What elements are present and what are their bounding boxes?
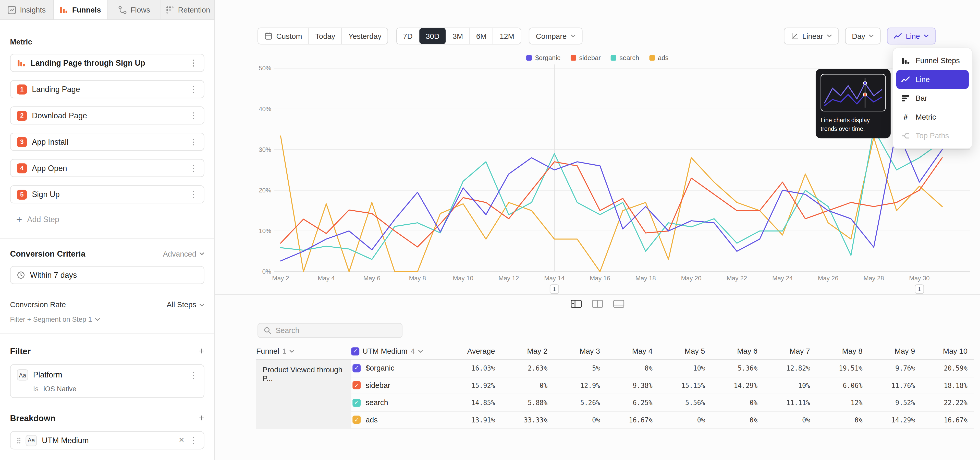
cell-value: 15.15% <box>659 382 711 389</box>
main-content: CustomTodayYesterday 7D30D3M6M12M Compar… <box>215 0 980 460</box>
tab-label: Insights <box>20 5 46 14</box>
tab-label: Flows <box>130 5 150 14</box>
cell-value: 9.52% <box>869 399 921 406</box>
chart-type-dropdown[interactable]: Line <box>887 27 935 45</box>
tab-retention[interactable]: Retention <box>161 0 215 19</box>
step-number-badge: 4 <box>17 163 27 173</box>
funnel-step-download-page[interactable]: 2Download Page⋮ <box>10 106 204 125</box>
advanced-dropdown[interactable]: Advanced <box>163 249 204 258</box>
funnel-group-cell[interactable]: Product Viewed through P... <box>256 360 351 428</box>
view-option-top-paths: Top Paths <box>896 126 969 145</box>
date-range-12m[interactable]: 12M <box>493 28 520 44</box>
kebab-menu-icon[interactable]: ⋮ <box>189 371 197 379</box>
row-label-cell: ✓search <box>351 398 465 407</box>
funnels-icon <box>60 5 68 14</box>
filter-segment-dropdown[interactable]: Filter + Segment on Step 1 <box>10 315 204 323</box>
tab-label: Retention <box>178 5 210 14</box>
step-label: App Install <box>32 137 185 146</box>
utm-count: 4 <box>410 347 415 356</box>
column-header-may-2[interactable]: May 2 <box>501 347 554 356</box>
column-header-may-5[interactable]: May 5 <box>659 347 711 356</box>
column-header-may-9[interactable]: May 9 <box>869 347 921 356</box>
step-label: Landing Page <box>32 85 185 94</box>
column-header-may-3[interactable]: May 3 <box>554 347 606 356</box>
all-steps-label: All Steps <box>167 300 196 309</box>
filter-segment-label: Filter + Segment on Step 1 <box>10 315 92 323</box>
funnel-steps-icon <box>901 56 910 65</box>
funnel-step-app-open[interactable]: 4App Open⋮ <box>10 159 204 177</box>
step-number-badge: 2 <box>17 110 27 120</box>
conversion-window-card[interactable]: Within 7 days <box>10 266 204 284</box>
svg-text:May 2: May 2 <box>272 275 289 282</box>
kebab-menu-icon[interactable]: ⋮ <box>189 164 197 172</box>
row-checkbox-ads[interactable]: ✓ <box>352 416 361 424</box>
column-header-may-4[interactable]: May 4 <box>606 347 659 356</box>
view-option-funnel-steps[interactable]: Funnel Steps <box>896 51 969 70</box>
column-header-average[interactable]: Average <box>465 347 501 356</box>
granularity-dropdown[interactable]: Day <box>845 27 881 45</box>
funnel-step-landing-page[interactable]: 1Landing Page⋮ <box>10 80 204 98</box>
row-label-cell: ✓$organic <box>351 364 465 372</box>
kebab-menu-icon[interactable]: ⋮ <box>189 190 197 198</box>
cell-value: 5% <box>554 364 606 372</box>
view-option-label: Line <box>916 75 930 84</box>
svg-text:May 4: May 4 <box>318 275 335 282</box>
row-checkbox-sidebar[interactable]: ✓ <box>352 381 361 390</box>
kebab-menu-icon[interactable]: ⋮ <box>189 59 197 67</box>
row-checkbox-organic[interactable]: ✓ <box>352 364 361 372</box>
metric-card[interactable]: Landing Page through Sign Up ⋮ <box>10 54 204 72</box>
breakdown-item-card[interactable]: Aa UTM Medium ✕ ⋮ <box>10 431 204 449</box>
table-row-organic: ✓$organic16.03%2.63%5%8%10%5.36%12.82%19… <box>256 360 974 377</box>
kebab-menu-icon[interactable]: ⋮ <box>189 112 197 120</box>
scale-dropdown[interactable]: Linear <box>783 27 838 45</box>
add-filter-button[interactable]: + <box>199 346 204 356</box>
kebab-menu-icon[interactable]: ⋮ <box>189 436 197 444</box>
date-range-6m[interactable]: 6M <box>470 28 493 44</box>
chevron-down-icon <box>827 35 832 38</box>
row-checkbox-search[interactable]: ✓ <box>352 398 361 407</box>
all-steps-dropdown[interactable]: All Steps <box>167 300 204 309</box>
date-preset-today[interactable]: Today <box>309 28 342 44</box>
view-option-line[interactable]: Line <box>896 70 969 89</box>
layout-split-bottom-button[interactable] <box>611 299 626 309</box>
column-header-may-10[interactable]: May 10 <box>921 347 974 356</box>
select-all-checkbox[interactable]: ✓ <box>351 347 360 355</box>
breakdown-item-label: UTM Medium <box>42 436 173 445</box>
funnel-step-app-install[interactable]: 3App Install⋮ <box>10 133 204 151</box>
date-range-3m[interactable]: 3M <box>446 28 470 44</box>
layout-split-center-button[interactable] <box>590 299 605 309</box>
date-preset-yesterday[interactable]: Yesterday <box>342 28 388 44</box>
funnel-step-sign-up[interactable]: 5Sign Up⋮ <box>10 185 204 203</box>
date-range-7d[interactable]: 7D <box>397 28 420 44</box>
svg-text:10%: 10% <box>259 227 271 234</box>
add-breakdown-button[interactable]: + <box>199 413 204 423</box>
utm-column-header[interactable]: ✓ UTM Medium 4 <box>351 347 465 356</box>
funnel-column-header[interactable]: Funnel 1 <box>256 347 351 356</box>
chart-type-tooltip: Line charts display trends over time. <box>816 69 891 138</box>
date-preset-custom[interactable]: Custom <box>258 28 309 44</box>
layout-split-left-button[interactable] <box>569 299 584 309</box>
bar-icon <box>901 94 910 102</box>
view-option-metric[interactable]: #Metric <box>896 108 969 126</box>
column-header-may-6[interactable]: May 6 <box>711 347 764 356</box>
remove-breakdown-icon[interactable]: ✕ <box>179 436 185 444</box>
platform-filter-card[interactable]: Aa Platform ⋮ Is iOS Native <box>10 364 204 398</box>
column-header-may-8[interactable]: May 8 <box>816 347 869 356</box>
tab-flows[interactable]: Flows <box>107 0 161 19</box>
kebab-menu-icon[interactable]: ⋮ <box>189 85 197 93</box>
search-input[interactable] <box>275 326 396 335</box>
kebab-menu-icon[interactable]: ⋮ <box>189 138 197 146</box>
cell-value: 5.26% <box>554 399 606 406</box>
tab-funnels[interactable]: Funnels <box>54 0 108 19</box>
view-option-bar[interactable]: Bar <box>896 89 969 108</box>
funnel-steps-list: 1Landing Page⋮2Download Page⋮3App Instal… <box>10 80 204 203</box>
drag-handle-icon[interactable] <box>17 437 21 443</box>
column-header-may-7[interactable]: May 7 <box>764 347 816 356</box>
clock-icon <box>17 271 25 279</box>
date-range-30d[interactable]: 30D <box>420 28 446 44</box>
retention-icon <box>165 5 174 14</box>
tooltip-mini-chart <box>821 74 886 112</box>
compare-button[interactable]: Compare <box>530 28 582 44</box>
add-step-button[interactable]: + Add Step <box>10 211 204 228</box>
tab-insights[interactable]: Insights <box>0 0 54 19</box>
